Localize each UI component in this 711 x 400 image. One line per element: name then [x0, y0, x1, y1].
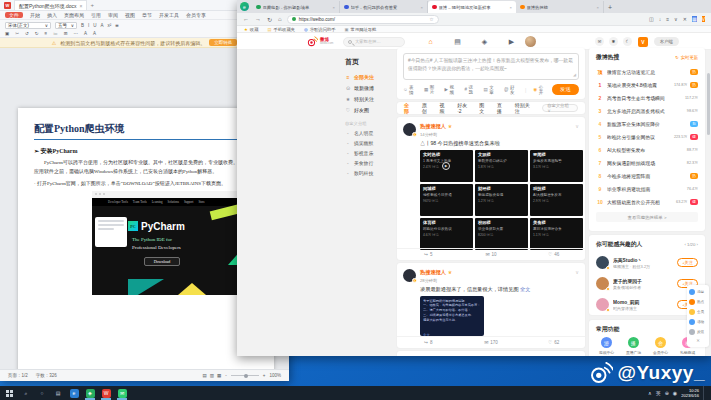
post-image[interactable]: 科技榜 AI大模型密集发布 2.9万 讨论 [530, 184, 583, 216]
hot-refresh-button[interactable]: ↻ 实时更新 [675, 55, 698, 60]
nav-button-icon[interactable]: ⌂ [278, 16, 282, 22]
resize-handle-icon[interactable]: ◢ [573, 72, 576, 78]
show-desktop-button[interactable] [703, 386, 706, 400]
convert-button[interactable]: 立即转换 [209, 39, 237, 46]
browser-tab[interactable]: 知乎 - 有问题就会有答案 × [340, 1, 428, 13]
hot-search-item[interactable]: 8 今晚多地将迎雷阵雨 热 [589, 169, 705, 182]
browser-action-icon[interactable]: ∨ [674, 16, 678, 22]
browser-action-icon[interactable]: ↓ [659, 16, 662, 22]
tab-close-icon[interactable]: × [596, 5, 599, 10]
browser-action-icon[interactable]: ▦ [692, 16, 697, 22]
tray-icon[interactable]: ∧ [648, 390, 652, 396]
post-image[interactable]: 美食榜 夏日冰饮测评合集 1.1万 讨论 [530, 218, 583, 250]
browser-tab[interactable]: 微博 – 随时随地发现新鲜事 × [428, 1, 516, 13]
hot-search-item[interactable]: 3 北方多地开启高温炙烤模式 98.6万 [589, 104, 705, 117]
browser-tab[interactable]: 微博热搜榜 × [516, 1, 604, 13]
taskbar-app-button[interactable]: ○ [34, 386, 50, 400]
hot-search-item[interactable]: 1 某地凌晨突发4.8级地震 174.8万 热 [589, 78, 705, 91]
floating-item[interactable]: 消息 [687, 287, 709, 297]
start-button[interactable] [0, 386, 18, 400]
post-more-icon[interactable]: ∨ [575, 269, 579, 275]
doc-menu-item[interactable]: 引用 [91, 12, 101, 18]
toolbar-icon[interactable]: A [93, 31, 96, 36]
page-scrollbar[interactable] [707, 73, 710, 135]
post-avatar[interactable]: V [403, 123, 416, 136]
interest-avatar[interactable] [596, 256, 609, 269]
hot-search-item[interactable]: 2 高考首日考生走出考场瞬间 117.2万 [589, 91, 705, 104]
post-image[interactable]: 要闻榜 多地发布高温预警 3.1万 讨论 [530, 150, 583, 182]
composer-tool[interactable]: @ 好友 [504, 85, 518, 95]
format-icon[interactable]: ≣ [115, 23, 119, 28]
view-mode-icon[interactable]: ▥ [210, 373, 214, 378]
tray-icon[interactable]: 英 [656, 390, 661, 396]
format-icon[interactable]: B [81, 23, 84, 28]
sidebar-item[interactable]: ≡ 全部关注 [345, 71, 397, 82]
composer-tool[interactable]: ▶ 视频 [445, 85, 458, 95]
composer-tool[interactable]: ▤ 文章 [483, 85, 497, 95]
post-image[interactable]: 体育榜 昨晚比分引发热议 4.6万 讨论 [420, 218, 473, 250]
bookmark-item[interactable]: ▣ 常用网址导航 [345, 27, 377, 32]
post-image[interactable]: 校园榜 毕业季摄影大赛 8200 讨论 [475, 218, 528, 250]
browser-action-icon[interactable]: V [702, 16, 705, 22]
browser-action-icon[interactable]: ◫ [649, 16, 654, 22]
zoom-slider[interactable] [231, 375, 259, 376]
hot-search-item[interactable]: 4 新能源车企集体回应降价 新 [589, 117, 705, 130]
post-action-button[interactable]: ↪ 5 [397, 249, 460, 260]
document-page[interactable]: 配置Python爬虫环境 ➢ 安装PyCharm PyCharm可以跨平台使用，… [18, 108, 274, 369]
interest-username[interactable]: 乐高Studio丶 [613, 257, 673, 263]
address-bar[interactable]: https://weibo.com/ ☆ [287, 15, 439, 24]
taskbar-app-button[interactable]: ⌕ [18, 386, 34, 400]
composer-tool[interactable]: ☺ 表情 [403, 85, 417, 95]
zoom-out-button[interactable]: - [225, 373, 227, 378]
toolbar-icon[interactable]: ⊞ [64, 31, 68, 36]
quick-item[interactable]: 游 游戏中心 [599, 337, 614, 355]
nav-button-icon[interactable]: → [255, 16, 261, 22]
toolbar-icon[interactable]: ≡ [45, 31, 48, 36]
floating-item[interactable]: 会员 [687, 307, 709, 317]
header-circle-icon[interactable]: ☾ [623, 37, 632, 46]
vip-icon[interactable]: V [638, 37, 648, 47]
post-image[interactable]: 财经榜 新能源板块走强 1.2万 讨论 [475, 184, 528, 216]
format-icon[interactable]: U [93, 23, 96, 28]
hot-search-item[interactable]: 9 毕业季租房避坑指南 76.4万 [589, 182, 705, 195]
post-avatar[interactable]: V [403, 269, 416, 282]
feed-tab[interactable]: 直播 [497, 102, 507, 114]
doc-menu-item[interactable]: 视图 [125, 12, 135, 18]
feed-tab[interactable]: 视频 [439, 102, 449, 114]
format-icon[interactable]: x² [108, 23, 112, 28]
taskbar-app-button[interactable]: e [66, 386, 82, 400]
toolbar-icon[interactable]: ▣ [5, 31, 9, 36]
post-image[interactable]: 同城榜 地铁新线今日开通 9670 讨论 [420, 184, 473, 216]
font-name-select[interactable]: 宋体(正文)∨ [5, 22, 51, 29]
feed-tab[interactable]: 原创 [422, 102, 432, 114]
post-more-icon[interactable]: ∨ [575, 123, 579, 129]
sidebar-group-item[interactable]: ▪ 搞笑幽默 [345, 138, 397, 148]
doc-menu-item[interactable]: 开发工具 [159, 12, 179, 18]
interest-avatar[interactable] [596, 277, 609, 290]
header-circle-icon[interactable]: ✉ [595, 37, 604, 46]
sidebar-item[interactable]: ♡ 好友圈 [345, 104, 397, 115]
toolbar-icon[interactable]: ≔ [53, 31, 58, 36]
hot-search-item[interactable]: 10 大熊猫幼崽首次公开亮相 63.2万 爆 [589, 195, 705, 208]
send-button[interactable]: 发送 [552, 84, 579, 95]
font-size-select[interactable]: 五号∨ [55, 22, 77, 29]
taskbar-app-button[interactable]: ◈ [82, 386, 98, 400]
bookmark-item[interactable]: ★ 收藏 [244, 27, 258, 32]
post-action-button[interactable]: ✉ 170 [460, 337, 523, 348]
post-image[interactable]: 文娱榜 新剧开播口碑出炉 1.8万 讨论 [475, 150, 528, 182]
zoom-in-button[interactable]: + [263, 373, 266, 378]
doc-menu-item[interactable]: 审阅 [108, 12, 118, 18]
sidebar-group-item[interactable]: ▪ 名人明星 [345, 128, 397, 138]
weibo-logo[interactable]: 微博 weibo.com [307, 36, 333, 47]
doc-tab[interactable]: 配置Python爬虫环境.docx × [14, 0, 87, 10]
bookmark-star-icon[interactable]: ☆ [429, 16, 433, 22]
doc-new-tab-button[interactable]: + [90, 2, 94, 8]
post-username[interactable]: 热搜速报人 [420, 269, 446, 276]
follow-button[interactable]: +关注 [677, 258, 698, 267]
hot-search-item[interactable]: 6 AI大模型密集发布 88.7万 [589, 143, 705, 156]
floating-close-icon[interactable]: ✕ [687, 337, 709, 345]
toolbar-icon[interactable]: ↻ [35, 31, 39, 36]
format-icon[interactable]: A [101, 23, 104, 28]
taskbar-app-button[interactable]: W [98, 386, 114, 400]
sidebar-group-item[interactable]: ▪ 数码科技 [345, 168, 397, 178]
